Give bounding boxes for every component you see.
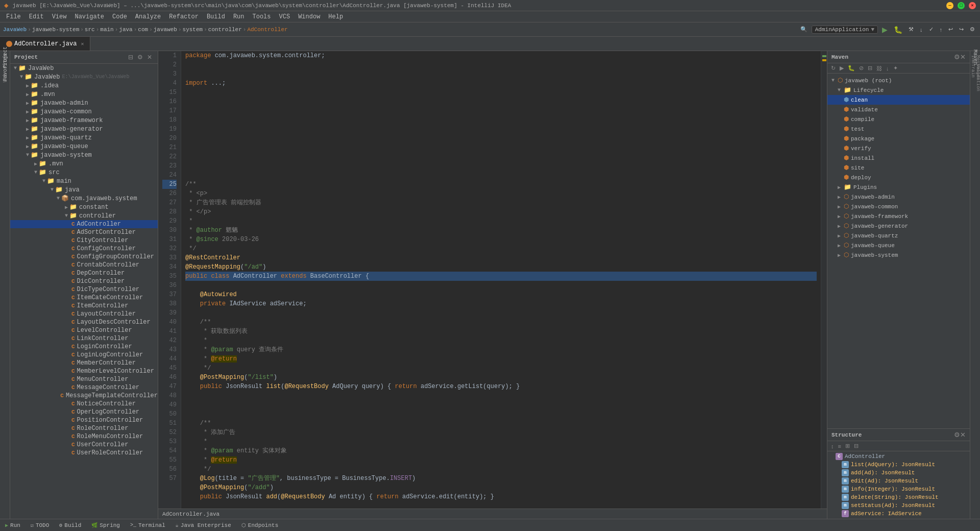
run-button[interactable]: ▶: [880, 25, 890, 35]
git-commit-button[interactable]: ✓: [927, 25, 936, 34]
settings-button[interactable]: ⚙: [968, 25, 977, 34]
tab-close-button[interactable]: ✕: [81, 41, 84, 47]
build-project-button[interactable]: ⚒: [906, 25, 916, 34]
menu-item-analyze[interactable]: Analyze: [131, 12, 165, 21]
maven-module-javaweb-framework[interactable]: ▶⬡javaweb-framework: [827, 211, 970, 221]
scroll-overview[interactable]: [821, 51, 827, 509]
breadcrumb-javaweb[interactable]: javaweb: [154, 27, 177, 33]
tree-file-userrolecontroller[interactable]: CUserRoleController: [10, 449, 158, 457]
tree-file-memberlevelcontroller[interactable]: CMemberLevelController: [10, 367, 158, 375]
tree-javaweb-common[interactable]: ▶📁javaweb-common: [10, 107, 158, 116]
breadcrumb-java[interactable]: java: [119, 27, 132, 33]
search-button[interactable]: 🔍: [798, 25, 810, 34]
structure-expand-button[interactable]: ⊞: [844, 442, 851, 450]
maven-module-javaweb-quartz[interactable]: ▶⬡javaweb-quartz: [827, 231, 970, 240]
tab-run[interactable]: ▶ Run: [2, 519, 23, 531]
minimize-button[interactable]: ─: [946, 2, 953, 9]
tree-file-depcontroller[interactable]: CDepController: [10, 269, 158, 277]
menu-item-code[interactable]: Code: [108, 12, 131, 21]
tree-src[interactable]: ▼ 📁 src: [10, 168, 158, 177]
code-area[interactable]: package com.javaweb.system.controller; i…: [181, 51, 821, 509]
sidebar-close-button[interactable]: ✕: [145, 53, 154, 61]
breadcrumb-com[interactable]: com: [138, 27, 148, 33]
tree-mvn[interactable]: ▶ 📁 .mvn: [10, 90, 158, 99]
tab-terminal[interactable]: >_ Terminal: [127, 519, 168, 531]
tree-javaweb-framework[interactable]: ▶📁javaweb-framework: [10, 116, 158, 125]
structure-close-button[interactable]: ✕: [960, 431, 966, 439]
maven-skip-tests-button[interactable]: ⊘: [857, 64, 865, 72]
maven-debug-button[interactable]: 🐛: [846, 64, 856, 72]
struct-member-addadjsonresult[interactable]: madd(Ad): JsonResult: [827, 469, 970, 477]
maven-lifecycle-compile[interactable]: ⬢compile: [827, 114, 970, 124]
structure-settings-button[interactable]: ⚙: [954, 431, 960, 439]
maven-lifecycle-install[interactable]: ⬢install: [827, 153, 970, 163]
maven-lifecycle-package[interactable]: ⬢package: [827, 134, 970, 143]
tree-package[interactable]: ▼ 📦 com.javaweb.system: [10, 194, 158, 203]
tree-java[interactable]: ▼ 📁 java: [10, 185, 158, 194]
tree-file-linkcontroller[interactable]: CLinkController: [10, 334, 158, 343]
breadcrumb-src[interactable]: src: [85, 27, 95, 33]
sidebar-settings-button[interactable]: ⚙: [136, 53, 144, 61]
tree-javaweb-queue[interactable]: ▶📁javaweb-queue: [10, 142, 158, 151]
tree-file-rolemenucontroller[interactable]: CRoleMenuController: [10, 432, 158, 441]
maven-link-button[interactable]: ⛓: [875, 65, 884, 72]
menu-item-run[interactable]: Run: [229, 12, 249, 21]
tab-build[interactable]: ⚙ Build: [56, 519, 84, 531]
breadcrumb-system[interactable]: system: [183, 27, 203, 33]
tab-java-enterprise[interactable]: ☕ Java Enterprise: [173, 519, 234, 531]
tab-todo[interactable]: ☑ TODO: [28, 519, 52, 531]
menu-item-help[interactable]: Help: [324, 12, 347, 21]
struct-member-infointegerjsonresult[interactable]: minfo(Integer): JsonResult: [827, 485, 970, 493]
maven-lifecycle-validate[interactable]: ⬢validate: [827, 105, 970, 114]
tree-file-menucontroller[interactable]: CMenuController: [10, 375, 158, 383]
menu-item-refactor[interactable]: Refactor: [165, 12, 203, 21]
tree-javaweb-admin[interactable]: ▶📁javaweb-admin: [10, 99, 158, 107]
maven-module-javaweb-queue[interactable]: ▶⬡javaweb-queue: [827, 240, 970, 250]
tree-file-messagetemplatecontroller[interactable]: CMessageTemplateController: [10, 392, 158, 400]
tree-javaweb-quartz[interactable]: ▶📁javaweb-quartz: [10, 133, 158, 142]
maven-reload-button[interactable]: ↻: [829, 64, 837, 72]
menu-item-view[interactable]: View: [48, 12, 71, 21]
tree-file-positioncontroller[interactable]: CPositionController: [10, 416, 158, 424]
maven-settings-button[interactable]: ⚙: [954, 53, 960, 61]
favorites-vtab[interactable]: Favorites: [1, 63, 9, 71]
menu-item-tools[interactable]: Tools: [249, 12, 275, 21]
breadcrumb-main[interactable]: main: [100, 27, 113, 33]
tree-file-logincontroller[interactable]: CLoginController: [10, 343, 158, 351]
maven-module-javaweb-generator[interactable]: ▶⬡javaweb-generator: [827, 221, 970, 231]
collapse-all-button[interactable]: ⊟: [127, 53, 135, 61]
maven-module-javaweb-system[interactable]: ▶⬡javaweb-system: [827, 250, 970, 260]
tree-file-citycontroller[interactable]: CCityController: [10, 236, 158, 245]
git-update-button[interactable]: ↓: [918, 26, 925, 34]
maven-root[interactable]: ▼ ⬡ javaweb (root): [827, 76, 970, 85]
tree-file-layoutdesccontroller[interactable]: CLayoutDescController: [10, 318, 158, 326]
web-vtab[interactable]: Web: [1, 74, 9, 82]
struct-member-deletestringjsonresult[interactable]: mdelete(String): JsonResult: [827, 493, 970, 501]
undo-button[interactable]: ↩: [946, 25, 955, 34]
maven-collapse-button[interactable]: ⊟: [866, 64, 874, 72]
tree-file-membercontroller[interactable]: CMemberController: [10, 359, 158, 367]
tree-file-itemcontroller[interactable]: CItemController: [10, 302, 158, 310]
struct-member-adserviceiadservice[interactable]: fadService: IAdService: [827, 510, 970, 518]
structure-sort-button[interactable]: ↕: [829, 443, 836, 450]
tree-root[interactable]: ▼ 📁 JavaWeb: [10, 64, 158, 73]
struct-class[interactable]: C AdController: [827, 452, 970, 461]
breadcrumb-controller[interactable]: controller: [208, 27, 242, 33]
tree-file-levelcontroller[interactable]: CLevelController: [10, 326, 158, 334]
tree-file-crontabcontroller[interactable]: CCrontabController: [10, 261, 158, 269]
maven-module-javaweb-common[interactable]: ▶⬡javaweb-common: [827, 202, 970, 211]
tree-system[interactable]: ▼ 📁 javaweb-system: [10, 151, 158, 159]
tree-constant[interactable]: ▶ 📁 constant: [10, 203, 158, 211]
maven-plugins-group[interactable]: ▶ 📁 Plugins: [827, 182, 970, 192]
tree-file-configcontroller[interactable]: CConfigController: [10, 245, 158, 253]
structure-collapse-button[interactable]: ⊟: [852, 442, 860, 450]
tree-file-adsortcontroller[interactable]: CAdSortController: [10, 228, 158, 236]
run-config-selector[interactable]: AdminApplication ▼: [812, 26, 878, 34]
menu-item-navigate[interactable]: Navigate: [70, 12, 108, 21]
struct-member-setstatusadjsonresult[interactable]: msetStatus(Ad): JsonResult: [827, 501, 970, 510]
tree-file-diccontroller[interactable]: CDicController: [10, 277, 158, 285]
struct-member-editadjsonresult[interactable]: medit(Ad): JsonResult: [827, 477, 970, 485]
tree-controller[interactable]: ▼ 📁 controller: [10, 211, 158, 220]
maven-close-button[interactable]: ✕: [960, 53, 966, 61]
tab-spring[interactable]: 🌿 Spring: [88, 519, 123, 531]
